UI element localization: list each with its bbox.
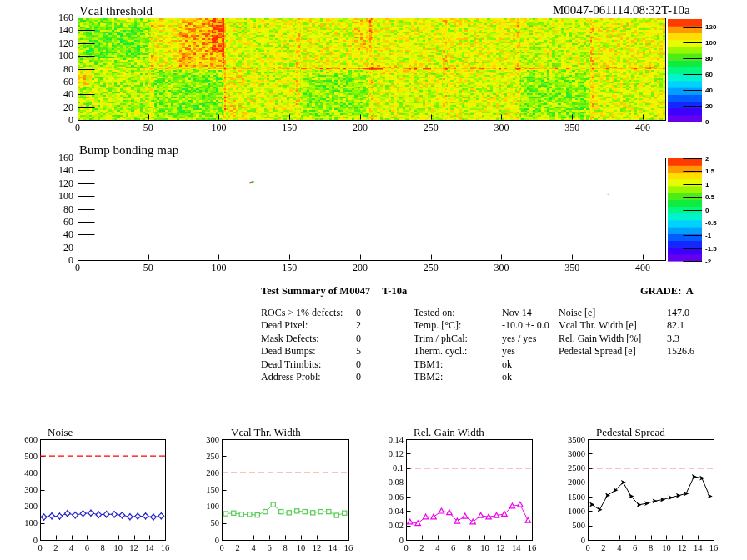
rel-gain-width-plot xyxy=(406,439,532,540)
summary-row: Trim / phCal:yes / yes xyxy=(414,332,549,345)
summary-row: ROCs > 1% defects:0 xyxy=(261,307,366,319)
summary-row: Dead Pixel:2 xyxy=(261,319,366,332)
summary-row: TBM2:ok xyxy=(414,371,549,383)
summary-row: TBM1:ok xyxy=(414,358,549,371)
bump-colorbar xyxy=(668,158,702,261)
summary-row: Dead Trimbits:0 xyxy=(261,358,366,371)
summary-row: Mask Defects:0 xyxy=(261,332,366,345)
results-column: Noise [e]147.0 Vcal Thr. Width [e]82.1 R… xyxy=(559,307,694,358)
vcal-thr-width-plot xyxy=(222,439,348,540)
summary-row: Pedestal Spread [e]1526.6 xyxy=(559,345,694,358)
noise-plot-title: Noise xyxy=(48,426,73,439)
summary-title: Test Summary of M0047 xyxy=(261,285,370,297)
vcal-colorbar xyxy=(668,19,702,122)
summary-row: Rel. Gain Width [%]3.3 xyxy=(559,332,694,345)
summary-row: Tested on:Nov 14 xyxy=(414,307,549,319)
summary-row: Vcal Thr. Width [e]82.1 xyxy=(559,319,694,332)
noise-plot xyxy=(40,439,165,540)
pedestal-spread-plot xyxy=(588,439,714,540)
summary-title-row: Test Summary of M0047T-10a xyxy=(261,285,407,298)
summary-row: Temp. [°C]:-10.0 +- 0.0 xyxy=(414,319,549,332)
vcal-map-title: Vcal threshold xyxy=(79,4,153,18)
module-id-title: M0047-061114.08:32T-10a xyxy=(553,3,690,18)
vcal-threshold-heatmap xyxy=(78,18,665,120)
summary-subtitle: T-10a xyxy=(382,285,407,297)
module-test-report: Vcal threshold M0047-061114.08:32T-10a B… xyxy=(0,0,747,560)
rel-gain-plot-title: Rel. Gain Width xyxy=(414,426,484,439)
summary-row: Dead Bumps:5 xyxy=(261,345,366,358)
defects-column: ROCs > 1% defects:0 Dead Pixel:2 Mask De… xyxy=(261,307,366,383)
bump-bonding-map xyxy=(78,158,665,260)
summary-row: Address Probl:0 xyxy=(261,371,366,383)
pedestal-plot-title: Pedestal Spread xyxy=(596,426,665,439)
bump-map-title: Bump bonding map xyxy=(79,143,178,158)
summary-row: Therm. cycl.:yes xyxy=(414,345,549,358)
vcal-width-plot-title: Vcal Thr. Width xyxy=(231,426,301,439)
conditions-column: Tested on:Nov 14 Temp. [°C]:-10.0 +- 0.0… xyxy=(414,307,549,383)
grade-label: GRADE: A xyxy=(640,285,694,298)
summary-row: Noise [e]147.0 xyxy=(559,307,694,319)
